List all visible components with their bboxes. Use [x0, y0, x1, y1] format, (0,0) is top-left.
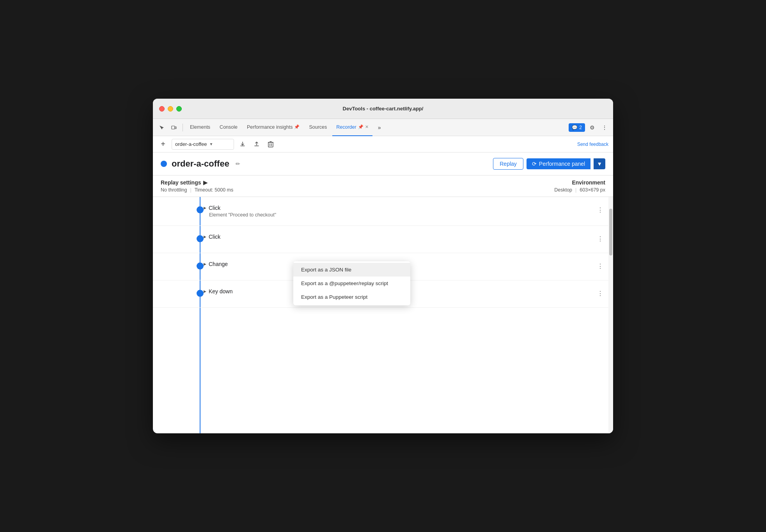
replay-button[interactable]: Replay — [493, 158, 523, 170]
step-title-2[interactable]: ▶ Click — [204, 234, 596, 240]
step-expand-icon-1: ▶ — [204, 206, 206, 210]
recorder-close-icon[interactable]: ✕ — [365, 124, 369, 129]
tab-performance-insights[interactable]: Performance insights 📌 — [243, 119, 303, 136]
step-menu-button-4[interactable]: ⋮ — [596, 288, 605, 299]
delete-button[interactable] — [265, 139, 276, 150]
secondary-toolbar: + order-a-coffee ▼ Send feedback — [153, 136, 613, 153]
tab-elements[interactable]: Elements — [186, 119, 214, 136]
step-title-1[interactable]: ▶ Click — [204, 205, 596, 211]
more-tabs-button[interactable]: » — [374, 122, 385, 133]
main-toolbar: Elements Console Performance insights 📌 … — [153, 119, 613, 136]
header-actions: Replay ⟳ Performance panel ▼ — [493, 158, 605, 170]
step-row: ▶ Click ⋮ — [153, 226, 613, 253]
step-dot-3 — [197, 262, 204, 270]
recording-header: order-a-coffee ✏ Replay ⟳ Performance pa… — [153, 153, 613, 176]
fullscreen-button[interactable] — [176, 106, 182, 112]
cursor-tool-button[interactable] — [156, 122, 167, 133]
step-menu-button-3[interactable]: ⋮ — [596, 261, 605, 271]
step-subtitle-1: Element "Proceed to checkout" — [209, 212, 596, 218]
export-puppeteer-replay-option[interactable]: Export as a @puppeteer/replay script — [293, 277, 410, 290]
export-dropdown: Export as a JSON file Export as a @puppe… — [293, 261, 410, 305]
add-recording-button[interactable]: + — [158, 139, 168, 150]
settings-button[interactable]: ⚙ — [587, 122, 598, 133]
step-expand-icon-2: ▶ — [204, 235, 206, 239]
performance-panel-button[interactable]: ⟳ Performance panel — [527, 158, 590, 169]
more-vertical-icon: ⋮ — [602, 124, 607, 131]
recording-title: order-a-coffee — [172, 159, 229, 169]
settings-detail: No throttling | Timeout: 5000 ms — [161, 187, 554, 193]
perf-panel-icon: ⟳ — [532, 161, 537, 167]
step-menu-button-2[interactable]: ⋮ — [596, 234, 605, 244]
step-dot-2 — [197, 235, 204, 242]
devtools-window: DevTools - coffee-cart.netlify.app/ Elem… — [153, 99, 613, 433]
env-detail: Desktop | 603×679 px — [554, 187, 605, 193]
step-content-2: ▶ Click — [204, 234, 596, 240]
scrollbar-thumb[interactable] — [609, 209, 612, 255]
window-title: DevTools - coffee-cart.netlify.app/ — [343, 106, 424, 112]
title-bar: DevTools - coffee-cart.netlify.app/ — [153, 99, 613, 119]
chat-icon: 💬 — [572, 125, 578, 130]
device-toggle-button[interactable] — [168, 122, 179, 133]
recording-selector[interactable]: order-a-coffee ▼ — [172, 139, 234, 150]
chat-button[interactable]: 💬 2 — [569, 123, 585, 132]
traffic-lights — [159, 106, 182, 112]
toolbar-right: 💬 2 ⚙ ⋮ — [569, 122, 610, 133]
send-feedback-link[interactable]: Send feedback — [577, 142, 608, 147]
step-content-1: ▶ Click Element "Proceed to checkout" — [204, 205, 596, 218]
export-puppeteer-option[interactable]: Export as a Puppeteer script — [293, 290, 410, 304]
recording-status-dot — [161, 161, 167, 167]
step-expand-icon-3: ▶ — [204, 262, 206, 266]
performance-panel-dropdown-button[interactable]: ▼ — [594, 158, 605, 169]
minimize-button[interactable] — [168, 106, 173, 112]
close-button[interactable] — [159, 106, 165, 112]
steps-wrapper: ▶ Click Element "Proceed to checkout" ⋮ … — [153, 197, 613, 433]
step-dot-1 — [197, 206, 204, 213]
perf-insights-pin-icon: 📌 — [294, 124, 300, 129]
settings-right: Environment Desktop | 603×679 px — [554, 179, 605, 193]
import-button[interactable] — [251, 139, 262, 150]
more-menu-button[interactable]: ⋮ — [599, 122, 610, 133]
recorder-pin-icon: 📌 — [358, 124, 363, 129]
edit-title-icon[interactable]: ✏ — [236, 161, 240, 167]
scrollbar[interactable] — [608, 197, 613, 433]
tab-recorder[interactable]: Recorder 📌 ✕ — [332, 119, 372, 136]
main-content: order-a-coffee ✏ Replay ⟳ Performance pa… — [153, 153, 613, 433]
svg-rect-2 — [268, 142, 273, 147]
gear-icon: ⚙ — [590, 124, 595, 131]
replay-settings-toggle[interactable]: Replay settings ▶ — [161, 179, 554, 186]
svg-rect-1 — [175, 127, 176, 129]
chevron-down-icon: ▼ — [209, 142, 213, 146]
export-json-option[interactable]: Export as a JSON file — [293, 263, 410, 277]
step-expand-icon-4: ▶ — [204, 289, 206, 293]
step-menu-button-1[interactable]: ⋮ — [596, 205, 605, 215]
tab-console[interactable]: Console — [216, 119, 241, 136]
toolbar-separator-1 — [183, 124, 183, 131]
expand-icon: ▶ — [203, 179, 207, 186]
step-dot-4 — [197, 290, 204, 297]
settings-left: Replay settings ▶ No throttling | Timeou… — [161, 179, 554, 193]
svg-rect-0 — [172, 126, 175, 129]
tab-sources[interactable]: Sources — [305, 119, 331, 136]
settings-bar: Replay settings ▶ No throttling | Timeou… — [153, 176, 613, 197]
step-row: ▶ Click Element "Proceed to checkout" ⋮ — [153, 197, 613, 226]
export-button[interactable] — [237, 139, 248, 150]
